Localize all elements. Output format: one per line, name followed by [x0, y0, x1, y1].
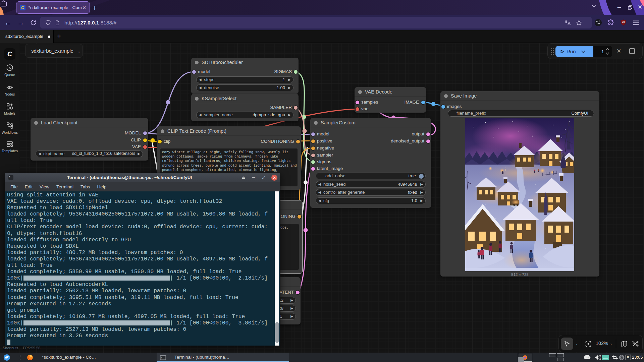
svg-text:>_: >_ [9, 176, 12, 178]
svg-text:>_: >_ [161, 357, 164, 359]
